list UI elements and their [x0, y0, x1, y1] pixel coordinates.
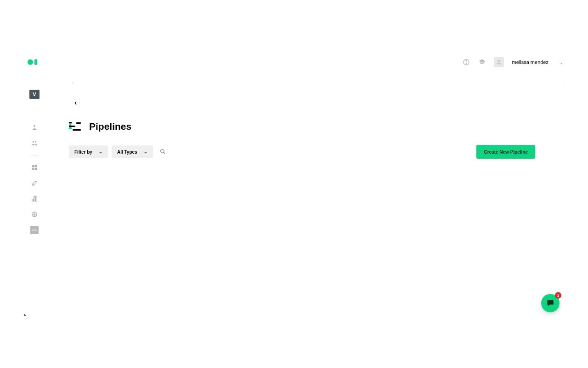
page-title-row: Pipelines — [69, 121, 535, 132]
sidebar-item-code[interactable]: </> — [30, 225, 39, 235]
sidebar-item-workspace[interactable]: V — [29, 90, 40, 99]
sidebar-item-dashboard[interactable] — [30, 163, 39, 172]
chat-badge: 1 — [555, 292, 561, 299]
svg-rect-6 — [35, 165, 37, 167]
types-dropdown[interactable]: All Types ⌄ — [112, 145, 153, 158]
sidebar-divider — [30, 155, 39, 155]
svg-rect-11 — [36, 196, 37, 201]
main-content: « Pipelines Filter by ⌄ All Types ⌄ Crea… — [69, 80, 563, 316]
svg-point-4 — [35, 141, 36, 143]
filter-by-label: Filter by — [74, 150, 92, 155]
sidebar-nav: V </> — [28, 90, 41, 235]
back-button[interactable] — [72, 99, 80, 107]
svg-rect-8 — [35, 168, 37, 170]
brand-logo — [28, 59, 37, 65]
types-label: All Types — [117, 150, 137, 155]
sidebar-item-leaderboard[interactable] — [30, 194, 39, 203]
logo-bar-icon — [34, 59, 37, 65]
code-icon: </> — [30, 226, 39, 234]
svg-rect-5 — [32, 165, 34, 167]
help-icon[interactable] — [463, 58, 470, 66]
search-icon[interactable] — [159, 148, 167, 155]
app-header: melissa mendez ⌄ — [28, 53, 563, 71]
sidebar-item-rocket[interactable] — [30, 178, 39, 188]
svg-point-14 — [160, 150, 164, 153]
avatar[interactable] — [494, 57, 504, 67]
toolbar: Filter by ⌄ All Types ⌄ Create New Pipel… — [69, 145, 535, 159]
header-right: melissa mendez ⌄ — [463, 57, 563, 67]
sidebar-item-person[interactable] — [30, 123, 39, 132]
svg-point-1 — [466, 63, 466, 64]
username-label: melissa mendez — [512, 59, 548, 65]
svg-point-12 — [34, 196, 35, 197]
collapse-sidebar-hint[interactable]: « — [72, 80, 535, 85]
chevron-down-icon: ⌄ — [144, 150, 147, 154]
svg-rect-7 — [32, 168, 34, 170]
svg-point-3 — [33, 141, 34, 143]
sidebar-item-globe[interactable] — [30, 210, 39, 219]
pipelines-icon — [69, 122, 81, 131]
academy-icon[interactable] — [478, 58, 486, 66]
create-pipeline-button[interactable]: Create New Pipeline — [476, 145, 535, 159]
resize-caret-icon: ◣ — [24, 313, 26, 316]
svg-rect-10 — [34, 198, 35, 201]
svg-rect-9 — [32, 199, 34, 201]
chat-widget[interactable]: 1 — [541, 294, 560, 312]
workspace-letter: V — [33, 92, 36, 97]
user-menu-chevron-icon[interactable]: ⌄ — [560, 60, 563, 65]
toolbar-left: Filter by ⌄ All Types ⌄ — [69, 145, 167, 158]
page-title: Pipelines — [89, 121, 131, 132]
svg-point-2 — [34, 125, 35, 127]
logo-circle-icon — [28, 59, 33, 65]
chevron-down-icon: ⌄ — [99, 150, 102, 154]
filter-by-dropdown[interactable]: Filter by ⌄ — [69, 145, 108, 158]
sidebar-item-people[interactable] — [30, 138, 39, 148]
